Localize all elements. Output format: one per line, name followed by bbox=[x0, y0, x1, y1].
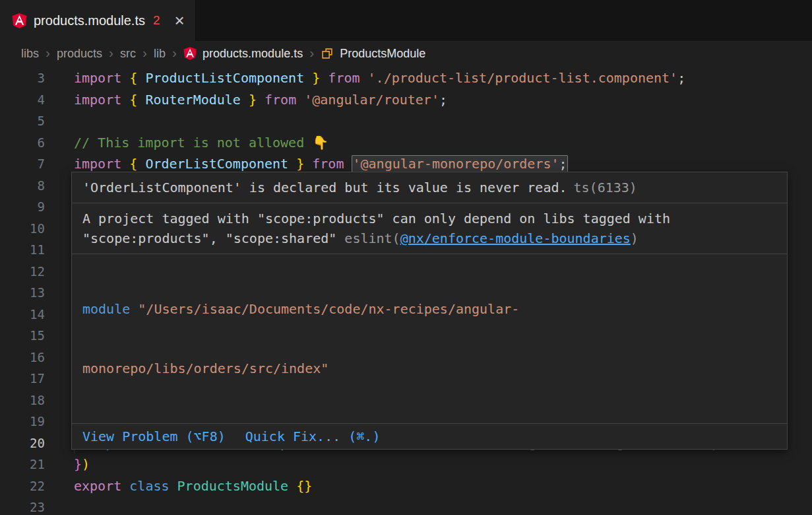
breadcrumb-item-symbol[interactable]: ProductsModule bbox=[340, 47, 425, 61]
code-content bbox=[59, 497, 812, 515]
module-keyword: module bbox=[82, 301, 138, 317]
class-symbol-icon bbox=[321, 47, 334, 60]
code-content: // This import is not allowed 👇 bbox=[59, 132, 812, 154]
code-token: from bbox=[304, 156, 352, 172]
code-content bbox=[59, 110, 812, 132]
line-number[interactable]: 23 bbox=[0, 497, 59, 515]
quick-fix-action[interactable]: Quick Fix... (⌘.) bbox=[245, 428, 381, 445]
tab-error-count-badge: 2 bbox=[153, 13, 160, 28]
code-token: OrderListComponent bbox=[137, 156, 296, 172]
chevron-right-icon: › bbox=[108, 46, 114, 61]
code-line-3[interactable]: 3import { ProductListComponent } from '.… bbox=[0, 67, 812, 89]
line-number[interactable]: 3 bbox=[0, 67, 59, 89]
code-line-5[interactable]: 5 bbox=[0, 110, 812, 132]
code-token: ; bbox=[439, 92, 447, 108]
code-token: '@angular-monorepo/orders' bbox=[352, 155, 559, 172]
chevron-right-icon: › bbox=[142, 46, 148, 61]
line-number[interactable]: 17 bbox=[0, 368, 59, 390]
code-token: } bbox=[296, 156, 304, 172]
chevron-right-icon: › bbox=[309, 46, 315, 61]
line-number[interactable]: 4 bbox=[0, 89, 59, 111]
eslint-message-line2: "scope:products", "scope:shared" eslint(… bbox=[82, 228, 776, 248]
line-number[interactable]: 14 bbox=[0, 304, 59, 326]
line-number[interactable]: 11 bbox=[0, 239, 59, 261]
line-number[interactable]: 9 bbox=[0, 196, 59, 218]
close-icon[interactable]: × bbox=[175, 12, 185, 29]
breadcrumb-item-products[interactable]: products bbox=[57, 47, 102, 61]
code-token: { bbox=[129, 92, 137, 108]
code-token: import bbox=[74, 156, 129, 172]
code-content: import { RouterModule } from '@angular/r… bbox=[59, 89, 812, 111]
code-content: export class ProductsModule {} bbox=[59, 475, 812, 497]
code-token: ; bbox=[677, 70, 685, 86]
ts-error-code: ts(6133) bbox=[574, 180, 637, 195]
code-token: ProductListComponent bbox=[137, 70, 312, 86]
diagnostic-hover-popup: 'OrderListComponent' is declared but its… bbox=[71, 172, 788, 450]
code-line-21[interactable]: 21}) bbox=[0, 454, 812, 475]
module-path-line1: module "/Users/isaac/Documents/code/nx-r… bbox=[82, 299, 776, 319]
line-number[interactable]: 12 bbox=[0, 261, 59, 283]
eslint-message-line1: A project tagged with "scope:products" c… bbox=[82, 209, 776, 228]
code-token: '@angular/router' bbox=[304, 92, 439, 108]
code-token: 👇 bbox=[312, 135, 328, 151]
code-token: import bbox=[74, 70, 129, 86]
line-number[interactable]: 7 bbox=[0, 153, 59, 175]
line-number[interactable]: 15 bbox=[0, 325, 59, 347]
code-token: export bbox=[74, 478, 129, 494]
code-token: RouterModule bbox=[137, 92, 249, 108]
code-line-23[interactable]: 23 bbox=[0, 497, 812, 515]
line-number[interactable]: 20 bbox=[0, 432, 59, 454]
eslint-source-suffix: ) bbox=[631, 230, 639, 246]
module-path-block: module "/Users/isaac/Documents/code/nx-r… bbox=[72, 254, 787, 423]
line-number[interactable]: 6 bbox=[0, 132, 59, 154]
eslint-diagnostic-message: A project tagged with "scope:products" c… bbox=[72, 203, 787, 254]
code-token: class bbox=[129, 478, 177, 494]
code-token: {} bbox=[296, 478, 312, 494]
eslint-message-line2-text: "scope:products", "scope:shared" bbox=[82, 230, 344, 246]
code-content: import { ProductListComponent } from './… bbox=[59, 67, 812, 89]
code-token: // This import is not allowed bbox=[74, 135, 312, 151]
code-content: }) bbox=[59, 454, 812, 475]
line-number[interactable]: 5 bbox=[0, 110, 59, 132]
breadcrumb-item-lib[interactable]: lib bbox=[154, 47, 166, 61]
eslint-rule-link[interactable]: @nx/enforce-module-boundaries bbox=[400, 230, 631, 246]
line-number[interactable]: 22 bbox=[0, 475, 59, 497]
editor[interactable]: 3import { ProductListComponent } from '.… bbox=[0, 66, 812, 515]
code-token: ) bbox=[82, 456, 90, 472]
view-problem-action[interactable]: View Problem (⌥F8) bbox=[82, 428, 226, 445]
breadcrumb-item-libs[interactable]: libs bbox=[21, 47, 39, 61]
code-token: import bbox=[74, 92, 129, 108]
code-line-6[interactable]: 6// This import is not allowed 👇 bbox=[0, 132, 812, 154]
line-number[interactable]: 18 bbox=[0, 390, 59, 411]
code-line-4[interactable]: 4import { RouterModule } from '@angular/… bbox=[0, 89, 812, 111]
chevron-right-icon: › bbox=[172, 46, 177, 61]
tab-products-module[interactable]: products.module.ts 2 × bbox=[0, 0, 196, 41]
eslint-source-prefix: eslint( bbox=[344, 230, 400, 246]
code-token: { bbox=[129, 156, 137, 172]
code-token: from bbox=[320, 70, 367, 86]
error-squiggle: import { OrderListComponent } from '@ang… bbox=[74, 155, 568, 172]
ts-message-text: 'OrderListComponent' is declared but its… bbox=[82, 180, 567, 195]
code-token: ProductsModule bbox=[177, 478, 289, 494]
module-path-line2: monorepo/libs/orders/src/index" bbox=[82, 359, 776, 378]
line-number[interactable]: 21 bbox=[0, 454, 59, 475]
code-token: ; bbox=[559, 155, 568, 172]
tab-bar: products.module.ts 2 × bbox=[0, 0, 812, 41]
hover-status-bar: View Problem (⌥F8) Quick Fix... (⌘.) bbox=[72, 423, 787, 449]
line-number[interactable]: 19 bbox=[0, 411, 59, 432]
angular-file-icon bbox=[12, 13, 27, 28]
tab-label: products.module.ts bbox=[34, 13, 145, 28]
line-number[interactable]: 8 bbox=[0, 175, 59, 197]
breadcrumb-item-src[interactable]: src bbox=[120, 47, 136, 61]
code-token: './product-list/product-list.component' bbox=[368, 70, 678, 86]
module-path-string-2: monorepo/libs/orders/src/index" bbox=[82, 360, 328, 376]
line-number[interactable]: 10 bbox=[0, 218, 59, 240]
line-number[interactable]: 16 bbox=[0, 347, 59, 368]
angular-file-icon bbox=[183, 47, 197, 60]
code-token bbox=[288, 478, 296, 494]
code-line-22[interactable]: 22export class ProductsModule {} bbox=[0, 475, 812, 497]
breadcrumb-item-file[interactable]: products.module.ts bbox=[203, 47, 303, 61]
module-path-string-1: "/Users/isaac/Documents/code/nx-recipes/… bbox=[138, 301, 519, 317]
line-number[interactable]: 13 bbox=[0, 282, 59, 304]
code-token: } bbox=[312, 70, 320, 86]
